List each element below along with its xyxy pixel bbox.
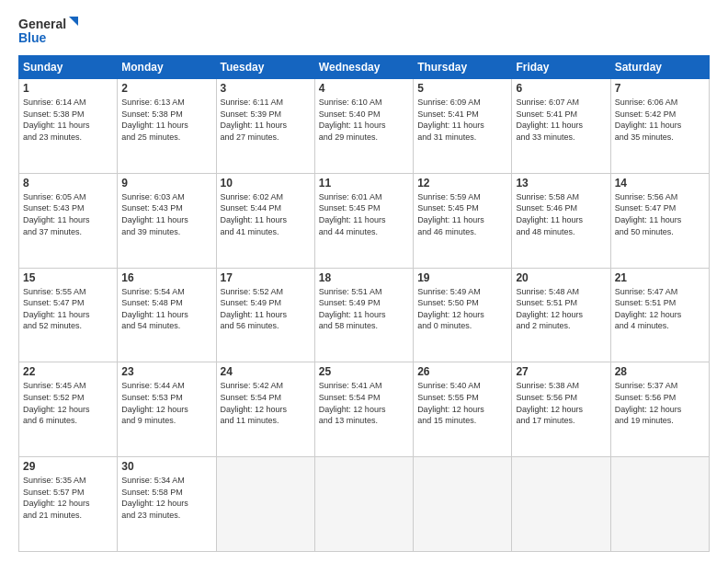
header: GeneralBlue (18, 15, 710, 48)
day-info: Sunrise: 6:13 AMSunset: 5:38 PMDaylight:… (121, 98, 188, 142)
day-number: 14 (615, 177, 705, 190)
weekday-header-friday: Friday (512, 56, 610, 79)
day-number: 12 (417, 177, 507, 190)
day-info: Sunrise: 5:34 AMSunset: 5:58 PMDaylight:… (121, 476, 188, 520)
day-info: Sunrise: 5:54 AMSunset: 5:48 PMDaylight:… (121, 287, 188, 331)
day-cell (512, 457, 610, 552)
svg-marker-2 (69, 17, 78, 26)
day-number: 22 (23, 365, 113, 378)
day-cell (216, 457, 314, 552)
day-cell: 7Sunrise: 6:06 AMSunset: 5:42 PMDaylight… (610, 79, 709, 174)
day-number: 8 (23, 177, 113, 190)
day-cell: 26Sunrise: 5:40 AMSunset: 5:55 PMDayligh… (414, 362, 512, 457)
day-cell: 4Sunrise: 6:10 AMSunset: 5:40 PMDaylight… (314, 79, 413, 174)
day-number: 26 (417, 365, 507, 378)
day-cell (610, 457, 709, 552)
day-number: 16 (121, 271, 211, 284)
day-cell: 12Sunrise: 5:59 AMSunset: 5:45 PMDayligh… (414, 173, 512, 268)
week-row-1: 1Sunrise: 6:14 AMSunset: 5:38 PMDaylight… (19, 79, 710, 174)
weekday-header-tuesday: Tuesday (216, 56, 314, 79)
day-info: Sunrise: 6:05 AMSunset: 5:43 PMDaylight:… (23, 192, 90, 236)
day-cell: 16Sunrise: 5:54 AMSunset: 5:48 PMDayligh… (118, 268, 216, 362)
day-info: Sunrise: 6:01 AMSunset: 5:45 PMDaylight:… (319, 192, 386, 236)
day-info: Sunrise: 5:56 AMSunset: 5:47 PMDaylight:… (615, 192, 682, 236)
day-number: 30 (121, 460, 211, 473)
day-cell: 21Sunrise: 5:47 AMSunset: 5:51 PMDayligh… (610, 268, 709, 362)
day-info: Sunrise: 5:35 AMSunset: 5:57 PMDaylight:… (23, 476, 90, 520)
day-cell: 20Sunrise: 5:48 AMSunset: 5:51 PMDayligh… (512, 268, 610, 362)
day-cell: 13Sunrise: 5:58 AMSunset: 5:46 PMDayligh… (512, 173, 610, 268)
day-number: 1 (23, 82, 113, 95)
day-cell: 24Sunrise: 5:42 AMSunset: 5:54 PMDayligh… (216, 362, 314, 457)
day-cell: 22Sunrise: 5:45 AMSunset: 5:52 PMDayligh… (19, 362, 118, 457)
day-info: Sunrise: 5:45 AMSunset: 5:52 PMDaylight:… (23, 381, 90, 425)
day-number: 4 (319, 82, 409, 95)
weekday-header-thursday: Thursday (414, 56, 512, 79)
day-info: Sunrise: 6:14 AMSunset: 5:38 PMDaylight:… (23, 98, 90, 142)
day-number: 27 (516, 365, 606, 378)
day-number: 28 (615, 365, 705, 378)
logo: GeneralBlue (18, 15, 83, 48)
day-info: Sunrise: 6:02 AMSunset: 5:44 PMDaylight:… (221, 192, 288, 236)
day-info: Sunrise: 6:03 AMSunset: 5:43 PMDaylight:… (121, 192, 188, 236)
day-cell: 17Sunrise: 5:52 AMSunset: 5:49 PMDayligh… (216, 268, 314, 362)
day-cell: 18Sunrise: 5:51 AMSunset: 5:49 PMDayligh… (314, 268, 413, 362)
day-info: Sunrise: 5:40 AMSunset: 5:55 PMDaylight:… (417, 381, 484, 425)
day-number: 17 (221, 271, 311, 284)
day-number: 23 (121, 365, 211, 378)
logo-svg: GeneralBlue (18, 15, 83, 48)
day-number: 20 (516, 271, 606, 284)
day-info: Sunrise: 5:55 AMSunset: 5:47 PMDaylight:… (23, 287, 90, 331)
day-cell: 25Sunrise: 5:41 AMSunset: 5:54 PMDayligh… (314, 362, 413, 457)
day-info: Sunrise: 6:07 AMSunset: 5:41 PMDaylight:… (516, 98, 583, 142)
weekday-header-sunday: Sunday (19, 56, 118, 79)
day-cell: 10Sunrise: 6:02 AMSunset: 5:44 PMDayligh… (216, 173, 314, 268)
day-info: Sunrise: 5:47 AMSunset: 5:51 PMDaylight:… (615, 287, 682, 331)
day-cell: 1Sunrise: 6:14 AMSunset: 5:38 PMDaylight… (19, 79, 118, 174)
day-info: Sunrise: 5:48 AMSunset: 5:51 PMDaylight:… (516, 287, 583, 331)
day-cell: 30Sunrise: 5:34 AMSunset: 5:58 PMDayligh… (118, 457, 216, 552)
day-number: 15 (23, 271, 113, 284)
day-cell: 3Sunrise: 6:11 AMSunset: 5:39 PMDaylight… (216, 79, 314, 174)
day-cell: 8Sunrise: 6:05 AMSunset: 5:43 PMDaylight… (19, 173, 118, 268)
page: GeneralBlue SundayMondayTuesdayWednesday… (0, 0, 728, 563)
day-info: Sunrise: 5:41 AMSunset: 5:54 PMDaylight:… (319, 381, 386, 425)
day-number: 13 (516, 177, 606, 190)
day-number: 9 (121, 177, 211, 190)
day-info: Sunrise: 5:49 AMSunset: 5:50 PMDaylight:… (417, 287, 484, 331)
day-cell: 28Sunrise: 5:37 AMSunset: 5:56 PMDayligh… (610, 362, 709, 457)
day-number: 18 (319, 271, 409, 284)
day-info: Sunrise: 5:44 AMSunset: 5:53 PMDaylight:… (121, 381, 188, 425)
week-row-3: 15Sunrise: 5:55 AMSunset: 5:47 PMDayligh… (19, 268, 710, 362)
day-cell: 27Sunrise: 5:38 AMSunset: 5:56 PMDayligh… (512, 362, 610, 457)
day-info: Sunrise: 5:52 AMSunset: 5:49 PMDaylight:… (221, 287, 288, 331)
day-number: 21 (615, 271, 705, 284)
weekday-header-monday: Monday (118, 56, 216, 79)
day-number: 24 (221, 365, 311, 378)
weekday-header-wednesday: Wednesday (314, 56, 413, 79)
weekday-header-saturday: Saturday (610, 56, 709, 79)
day-cell: 14Sunrise: 5:56 AMSunset: 5:47 PMDayligh… (610, 173, 709, 268)
day-info: Sunrise: 5:58 AMSunset: 5:46 PMDaylight:… (516, 192, 583, 236)
day-cell: 9Sunrise: 6:03 AMSunset: 5:43 PMDaylight… (118, 173, 216, 268)
day-cell: 11Sunrise: 6:01 AMSunset: 5:45 PMDayligh… (314, 173, 413, 268)
day-number: 10 (221, 177, 311, 190)
day-number: 29 (23, 460, 113, 473)
day-number: 25 (319, 365, 409, 378)
day-info: Sunrise: 5:59 AMSunset: 5:45 PMDaylight:… (417, 192, 484, 236)
day-number: 7 (615, 82, 705, 95)
calendar-table: SundayMondayTuesdayWednesdayThursdayFrid… (18, 55, 710, 552)
day-cell (314, 457, 413, 552)
day-info: Sunrise: 6:11 AMSunset: 5:39 PMDaylight:… (221, 98, 288, 142)
day-cell: 5Sunrise: 6:09 AMSunset: 5:41 PMDaylight… (414, 79, 512, 174)
day-cell: 29Sunrise: 5:35 AMSunset: 5:57 PMDayligh… (19, 457, 118, 552)
day-number: 5 (417, 82, 507, 95)
day-number: 19 (417, 271, 507, 284)
svg-text:Blue: Blue (18, 30, 47, 45)
day-cell (414, 457, 512, 552)
day-info: Sunrise: 6:10 AMSunset: 5:40 PMDaylight:… (319, 98, 386, 142)
day-number: 11 (319, 177, 409, 190)
day-number: 3 (221, 82, 311, 95)
day-cell: 23Sunrise: 5:44 AMSunset: 5:53 PMDayligh… (118, 362, 216, 457)
day-number: 6 (516, 82, 606, 95)
